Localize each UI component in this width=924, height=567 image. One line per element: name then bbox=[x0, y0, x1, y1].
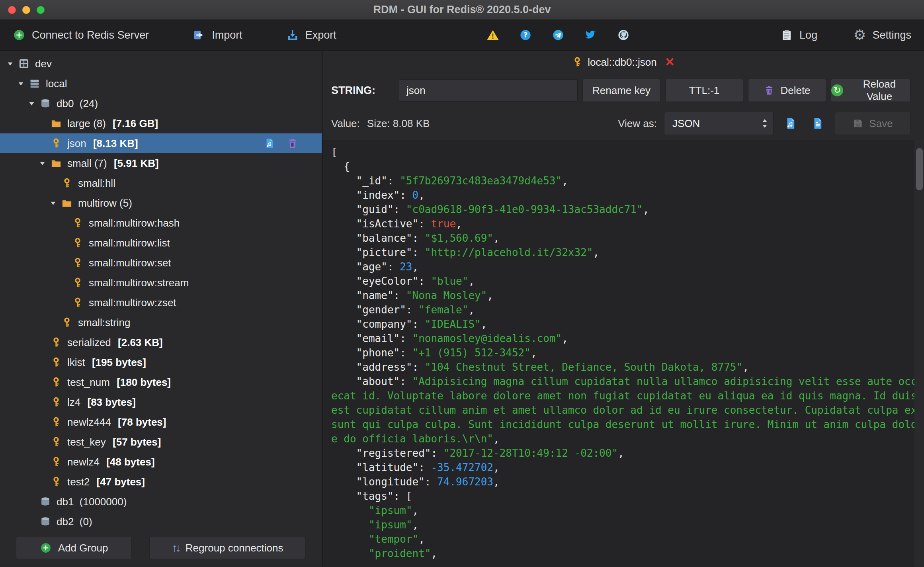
expand-arrow-icon[interactable] bbox=[4, 61, 16, 67]
import-button[interactable]: Import bbox=[193, 29, 242, 41]
key-icon bbox=[70, 237, 85, 248]
tree-item-local[interactable]: local bbox=[0, 74, 322, 94]
expand-arrow-icon[interactable] bbox=[47, 200, 59, 207]
connect-server-button[interactable]: Connect to Redis Server bbox=[13, 29, 149, 41]
zoom-window-button[interactable] bbox=[37, 6, 45, 14]
server-icon bbox=[27, 78, 42, 89]
code-line: "ipsum", bbox=[331, 518, 924, 532]
tree-item-newlz4[interactable]: newlz4 [48 bytes] bbox=[0, 452, 322, 472]
tree-item-lkist[interactable]: lkist [195 bytes] bbox=[0, 352, 322, 372]
editor-content: [ { "_id": "5f7b26973c483ea3479d4e53", "… bbox=[331, 145, 924, 561]
expand-arrow-icon[interactable] bbox=[15, 80, 27, 87]
key-icon bbox=[49, 357, 63, 368]
value-editor[interactable]: [ { "_id": "5f7b26973c483ea3479d4e53", "… bbox=[322, 140, 924, 567]
key-size-badge: [180 bytes] bbox=[117, 376, 171, 389]
key-icon bbox=[60, 317, 74, 328]
connection-tree[interactable]: devlocaldb0 (24)large (8) [7.16 GB]json … bbox=[0, 51, 322, 529]
export-button[interactable]: Export bbox=[286, 29, 336, 41]
key-icon bbox=[49, 397, 63, 408]
tree-item-label: json bbox=[67, 137, 89, 150]
code-line: [ bbox=[331, 145, 924, 159]
gear-icon: ⚙ bbox=[853, 28, 866, 43]
expand-arrow-icon[interactable] bbox=[36, 160, 48, 167]
view-as-select[interactable]: JSON bbox=[664, 112, 774, 135]
code-line: e do officia laboris.\r\n", bbox=[331, 432, 924, 446]
close-window-button[interactable] bbox=[8, 6, 16, 14]
tree-item-test2[interactable]: test2 [47 bytes] bbox=[0, 472, 322, 492]
key-size-badge: [2.63 KB] bbox=[118, 336, 163, 349]
rename-key-button[interactable]: Rename key bbox=[582, 79, 660, 102]
twitter-icon[interactable] bbox=[584, 29, 597, 41]
tree-item-label: small:multirow:zset bbox=[89, 297, 176, 309]
tree-item-small-multirow-hash[interactable]: small:multirow:hash bbox=[0, 213, 322, 233]
tree-item-json[interactable]: json [8.13 KB] bbox=[0, 133, 322, 153]
tree-item-small-multirow-stream[interactable]: small:multirow:stream bbox=[0, 273, 322, 293]
tree-item-large-8[interactable]: large (8) [7.16 GB] bbox=[0, 113, 322, 133]
key-icon bbox=[49, 377, 63, 388]
expand-arrow-icon[interactable] bbox=[25, 100, 37, 107]
tree-item-lz4[interactable]: lz4 [83 bytes] bbox=[0, 392, 322, 412]
tree-item-small-7[interactable]: small (7) [5.91 KB] bbox=[0, 153, 322, 173]
minimize-window-button[interactable] bbox=[22, 6, 30, 14]
tree-item-newlz444[interactable]: newlz444 [78 bytes] bbox=[0, 412, 322, 432]
tree-item-db0-24[interactable]: db0 (24) bbox=[0, 94, 322, 113]
tree-item-dev[interactable]: dev bbox=[0, 54, 322, 74]
tab-local-db0-json[interactable]: local::db0::json ✕ bbox=[572, 56, 675, 68]
code-line: { bbox=[331, 159, 924, 174]
code-line: "_id": "5f7b26973c483ea3479d4e53", bbox=[331, 174, 924, 188]
github-icon[interactable] bbox=[617, 29, 630, 41]
code-line: "gender": "female", bbox=[331, 303, 924, 317]
close-tab-icon[interactable]: ✕ bbox=[665, 56, 675, 68]
tree-item-small-multirow-zset[interactable]: small:multirow:zset bbox=[0, 293, 322, 313]
tree-item-small-multirow-list[interactable]: small:multirow:list bbox=[0, 233, 322, 253]
document-text-icon[interactable] bbox=[808, 117, 828, 130]
key-type-label: STRING: bbox=[331, 84, 394, 97]
import-label: Import bbox=[212, 29, 242, 41]
tree-item-db2-0[interactable]: db2 (0) bbox=[0, 512, 322, 529]
tree-item-test-key[interactable]: test_key [57 bytes] bbox=[0, 432, 322, 452]
key-size-badge: [195 bytes] bbox=[92, 356, 146, 369]
telegram-icon[interactable] bbox=[552, 29, 565, 41]
tree-item-test-num[interactable]: test_num [180 bytes] bbox=[0, 372, 322, 392]
ttl-button[interactable]: TTL:-1 bbox=[665, 79, 743, 102]
delete-key-button[interactable]: Delete bbox=[748, 79, 826, 102]
scrollbar-thumb[interactable] bbox=[916, 148, 923, 190]
code-line: "eyeColor": "blue", bbox=[331, 274, 924, 288]
log-button[interactable]: Log bbox=[780, 28, 817, 43]
tree-item-label: lkist bbox=[67, 356, 88, 369]
help-icon[interactable]: ? bbox=[519, 29, 532, 41]
document-json-icon[interactable] bbox=[781, 117, 801, 130]
reload-value-button[interactable]: ↻ Reload Value bbox=[831, 79, 910, 102]
code-line: "tags": [ bbox=[331, 489, 924, 503]
folder-icon bbox=[49, 118, 63, 129]
tree-item-label: serialized bbox=[67, 336, 114, 349]
connect-server-label: Connect to Redis Server bbox=[32, 29, 149, 41]
key-icon bbox=[70, 217, 85, 229]
code-line: "age": 23, bbox=[331, 260, 924, 274]
code-line: "email": "nonamosley@idealis.com", bbox=[331, 331, 924, 346]
add-group-button[interactable]: Add Group bbox=[16, 537, 132, 559]
tree-item-multirow-5[interactable]: multirow (5) bbox=[0, 193, 322, 213]
code-line: "tempor", bbox=[331, 532, 924, 546]
tree-item-serialized[interactable]: serialized [2.63 KB] bbox=[0, 332, 322, 352]
code-line: "index": 0, bbox=[331, 188, 924, 202]
updown-arrows-icon: ↑↓ bbox=[172, 542, 179, 553]
tree-item-db1-1000000[interactable]: db1 (1000000) bbox=[0, 492, 322, 512]
trash-icon[interactable] bbox=[287, 137, 299, 149]
edit-key-icon[interactable] bbox=[264, 137, 275, 149]
settings-button[interactable]: ⚙ Settings bbox=[853, 28, 911, 43]
save-value-button[interactable]: Save bbox=[835, 112, 910, 135]
tree-item-small-string[interactable]: small:string bbox=[0, 313, 322, 332]
view-as-value: JSON bbox=[672, 117, 761, 130]
key-name-input[interactable] bbox=[399, 79, 578, 102]
tree-item-label: small:string bbox=[78, 317, 130, 329]
tree-item-label: test2 bbox=[67, 476, 93, 488]
regroup-connections-button[interactable]: ↑↓ Regroup connections bbox=[149, 537, 306, 559]
code-line: "latitude": -35.472702, bbox=[331, 460, 924, 475]
tree-item-small-multirow-set[interactable]: small:multirow:set bbox=[0, 253, 322, 273]
warning-icon[interactable] bbox=[486, 29, 499, 41]
key-icon bbox=[49, 337, 63, 348]
code-line: "guid": "c0ad9618-90f3-41e0-9934-13ac53a… bbox=[331, 202, 924, 217]
tree-item-small-hll[interactable]: small:hll bbox=[0, 173, 322, 193]
editor-scrollbar[interactable] bbox=[914, 140, 924, 567]
